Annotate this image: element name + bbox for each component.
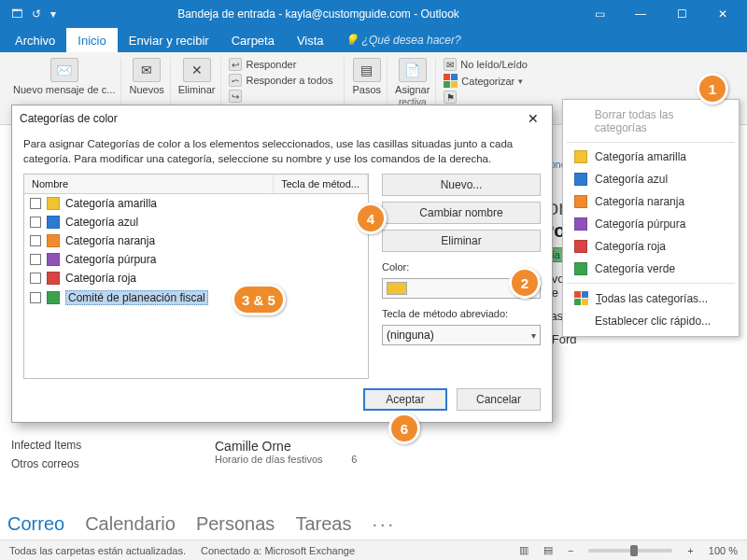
list-row-yellow[interactable]: Categoría amarilla	[24, 194, 368, 213]
checkbox[interactable]	[30, 292, 41, 303]
steps-icon: ▤	[353, 58, 381, 82]
menu-label: Categoría azul	[595, 173, 668, 186]
new-items-button[interactable]: ✉︎ Nuevos	[129, 58, 163, 95]
checkbox[interactable]	[30, 217, 41, 228]
categorize-icon	[444, 74, 458, 88]
dialog-delete-button[interactable]: Eliminar	[382, 230, 541, 252]
checkbox[interactable]	[30, 198, 41, 209]
ribbon-options-icon[interactable]: ▭	[581, 0, 618, 28]
peek-people[interactable]: Personas	[196, 513, 275, 535]
new-message-button[interactable]: ✉️ Nuevo mensaje de c...	[13, 58, 115, 95]
close-button[interactable]: ✕	[704, 0, 741, 28]
swatch-green-icon	[574, 262, 587, 275]
menu-clear-categories[interactable]: Borrar todas las categorías	[563, 104, 739, 139]
delete-button[interactable]: ✕ Eliminar	[178, 58, 216, 95]
zoom-slider[interactable]	[588, 549, 672, 553]
dialog-cancel-button[interactable]: Cancelar	[457, 388, 541, 411]
callout-3-5: 3 & 5	[232, 284, 286, 315]
minimize-button[interactable]: —	[622, 0, 659, 28]
menu-label: Todas las categorías...	[596, 292, 708, 305]
dialog-instructions: Para asignar Categorías de color a los e…	[23, 137, 541, 166]
dialog-rename-button[interactable]: Cambiar nombre	[382, 202, 541, 224]
row-label: Comité de planeación fiscal	[65, 290, 208, 305]
follow-up-button[interactable]: ⚑	[444, 91, 528, 104]
row-label: Categoría púrpura	[65, 253, 156, 266]
forward-button[interactable]: ↪	[229, 90, 332, 103]
menu-category-red[interactable]: Categoría roja	[563, 235, 739, 258]
qat-dropdown-icon[interactable]: ▾	[50, 7, 56, 21]
list-row-red[interactable]: Categoría roja	[24, 269, 368, 287]
menu-category-orange[interactable]: Categoría naranja	[563, 190, 739, 213]
menu-quick-click[interactable]: Establecer clic rápido...	[563, 310, 739, 332]
menu-category-blue[interactable]: Categoría azul	[563, 168, 739, 190]
envelope-icon: ✉️	[50, 58, 78, 82]
tab-view[interactable]: Vista	[286, 28, 335, 52]
unread-read-button[interactable]: ✉No leído/Leído	[444, 58, 528, 71]
menu-clear-label: Borrar todas las categorías	[595, 108, 727, 134]
dialog-ok-button[interactable]: Aceptar	[363, 388, 447, 411]
zoom-in-button[interactable]: +	[687, 545, 693, 556]
reply-all-button[interactable]: ⤺Responder a todos	[229, 74, 332, 87]
peek-tasks[interactable]: Tareas	[295, 513, 351, 535]
row-label: Categoría roja	[65, 272, 136, 285]
swatch-icon	[47, 272, 60, 285]
zoom-level: 100 %	[709, 545, 738, 556]
view-reading-icon[interactable]: ▤	[543, 544, 553, 556]
policy-icon: 📄	[399, 58, 427, 82]
checkbox[interactable]	[30, 273, 41, 284]
assign-policy-button[interactable]: 📄 Asignar rectiva	[395, 58, 430, 107]
reply-all-label: Responder a todos	[246, 75, 332, 86]
tab-send-receive[interactable]: Enviar y recibir	[118, 28, 220, 52]
flag-icon: ⚑	[444, 91, 457, 104]
callout-2: 2	[509, 267, 541, 299]
list-row-green-selected[interactable]: Comité de planeación fiscal	[24, 287, 368, 308]
qat-save-icon[interactable]: 🗔	[11, 7, 22, 21]
swatch-icon	[47, 197, 60, 210]
dialog-close-button[interactable]: ✕	[522, 107, 544, 130]
list-row-blue[interactable]: Categoría azul	[24, 213, 368, 231]
color-categories-dialog: Categorías de color ✕ Para asignar Categ…	[11, 105, 553, 423]
tell-me[interactable]: 💡 ¿Qué desea hacer?	[345, 28, 461, 52]
navigation-peek-bar: Correo Calendario Personas Tareas ···	[7, 510, 396, 538]
quick-steps-button[interactable]: ▤ Pasos	[352, 58, 381, 95]
new-items-label: Nuevos	[129, 84, 163, 95]
menu-category-green[interactable]: Categoría verde	[563, 258, 739, 280]
checkbox[interactable]	[30, 254, 41, 265]
peek-calendar[interactable]: Calendario	[85, 513, 176, 535]
message-subject: Horario de días festivos	[215, 454, 323, 465]
menu-category-purple[interactable]: Categoría púrpura	[563, 213, 739, 235]
categorize-label: Categorizar	[461, 76, 514, 87]
peek-mail[interactable]: Correo	[7, 513, 64, 535]
menu-category-yellow[interactable]: Categoría amarilla	[563, 146, 739, 168]
menu-all-categories[interactable]: Todas las categorías...	[563, 287, 739, 310]
list-row-purple[interactable]: Categoría púrpura	[24, 250, 368, 269]
reply-button[interactable]: ↩Responder	[229, 58, 332, 71]
tab-home[interactable]: Inicio	[66, 28, 117, 52]
shortcut-combo[interactable]: (ninguna) ▾	[382, 325, 541, 345]
col-shortcut[interactable]: Tecla de métod...	[274, 175, 368, 193]
new-message-label: Nuevo mensaje de c...	[13, 84, 115, 95]
tab-folder[interactable]: Carpeta	[220, 28, 286, 52]
view-normal-icon[interactable]: ▥	[519, 544, 529, 556]
dialog-new-button[interactable]: Nuevo...	[382, 174, 541, 196]
tab-file[interactable]: Archivo	[4, 28, 66, 52]
category-list[interactable]: Nombre Tecla de métod... Categoría amari…	[23, 174, 369, 379]
lightbulb-icon: 💡	[345, 34, 359, 47]
message-sender[interactable]: Camille Orne	[215, 439, 357, 454]
zoom-out-button[interactable]: −	[568, 545, 573, 556]
shortcut-label: Tecla de método abreviado:	[382, 308, 541, 319]
row-label: Categoría azul	[65, 216, 138, 229]
maximize-button[interactable]: ☐	[663, 0, 700, 28]
folder-other[interactable]: Otros correos	[11, 457, 81, 470]
peek-more[interactable]: ···	[372, 513, 396, 535]
qat-undo-icon[interactable]: ↺	[32, 7, 41, 21]
checkbox[interactable]	[30, 235, 41, 246]
col-name[interactable]: Nombre	[24, 175, 274, 193]
reply-all-icon: ⤺	[229, 74, 242, 87]
menu-label: Categoría amarilla	[595, 150, 686, 163]
list-row-orange[interactable]: Categoría naranja	[24, 231, 368, 250]
categorize-button[interactable]: Categorizar ▾	[444, 74, 528, 88]
assign-label: Asignar	[395, 84, 430, 95]
swatch-red-icon	[574, 240, 587, 253]
folder-infected[interactable]: Infected Items	[11, 439, 81, 452]
